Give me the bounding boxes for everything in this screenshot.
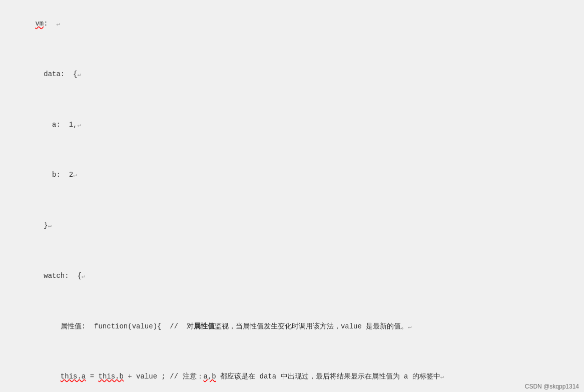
watch-body-mid1: = [86,372,98,380]
watch-comment-rest: 监视，当属性值发生变化时调用该方法，value 是最新的值。 [215,322,408,330]
watch-open-line: watch: {↵ [10,257,574,295]
a-line: a: 1,↵ [10,106,574,144]
page-container: vm: ↵ data: {↵ a: 1,↵ b: 2↵ }↵ watch: {↵ [0,0,584,392]
return-1: ↵ [56,21,60,28]
watch-body-end: 都应该是在 data 中出现过，最后将结果显示在属性值为 a 的标签中 [216,372,440,380]
data-close-line: }↵ [10,207,574,245]
watch-text: watch: { [35,272,81,280]
return-4: ↵ [73,172,77,179]
watch-body-line: this.a = this.b + value ; // 注意：a,b 都应该是… [10,358,574,392]
return-8: ↵ [440,373,444,380]
code-block-vm: vm: ↵ data: {↵ a: 1,↵ b: 2↵ }↵ watch: {↵ [0,0,584,392]
watch-prop-bold: 属性值 [194,322,215,330]
vm-label-line: vm: ↵ [10,5,574,43]
blank-4 [10,194,574,207]
data-open-line: data: {↵ [10,56,574,94]
data-text: data: { [35,70,77,78]
ab-ref: a,b [204,372,216,380]
blank-6 [10,295,574,307]
watch-body-pre [35,372,60,380]
b-line: b: 2↵ [10,156,574,194]
blank-1 [10,43,574,56]
this-b-1: this.b [98,372,123,380]
return-6: ↵ [82,273,85,280]
return-7: ↵ [408,323,411,330]
blank-2 [10,93,574,106]
this-a-1: this.a [61,372,86,380]
return-2: ↵ [77,71,81,78]
blank-7 [10,345,574,358]
blank-5 [10,245,574,257]
b-text: b: 2 [35,171,73,179]
footer-text: CSDN @skqpp1314 [525,383,579,390]
watch-prop-key: 属性值: function(value){ // 对 [35,322,193,330]
blank-3 [10,144,574,156]
footer: CSDN @skqpp1314 [520,381,584,392]
return-3: ↵ [77,122,81,129]
return-5: ↵ [48,222,52,229]
data-close-text: } [35,221,48,229]
watch-comment-line: 属性值: function(value){ // 对属性值监视，当属性值发生变化… [10,308,574,346]
colon-vm: : [44,20,56,28]
a-text: a: 1, [35,121,77,129]
watch-body-mid2: + value ; // 注意： [124,372,204,380]
vm-label: vm [35,20,44,28]
